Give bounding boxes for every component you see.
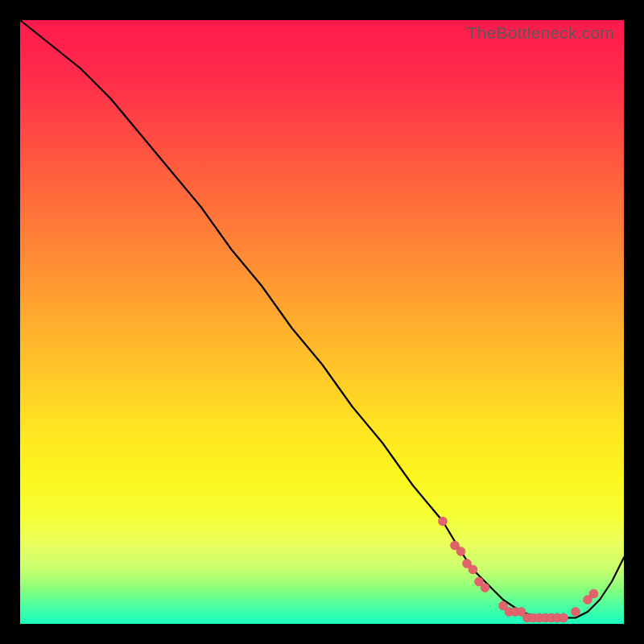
curve-marker [589,589,598,598]
bottleneck-curve [20,20,624,618]
chart-svg [20,20,624,624]
plot-area: TheBottleneck.com [20,20,624,624]
curve-marker [481,584,489,592]
curve-marker [439,517,448,526]
curve-marker [559,613,568,622]
curve-marker [469,565,477,574]
curve-marker [572,608,580,617]
curve-marker [456,547,465,556]
curve-markers [439,517,599,622]
chart-frame: TheBottleneck.com [0,0,644,644]
